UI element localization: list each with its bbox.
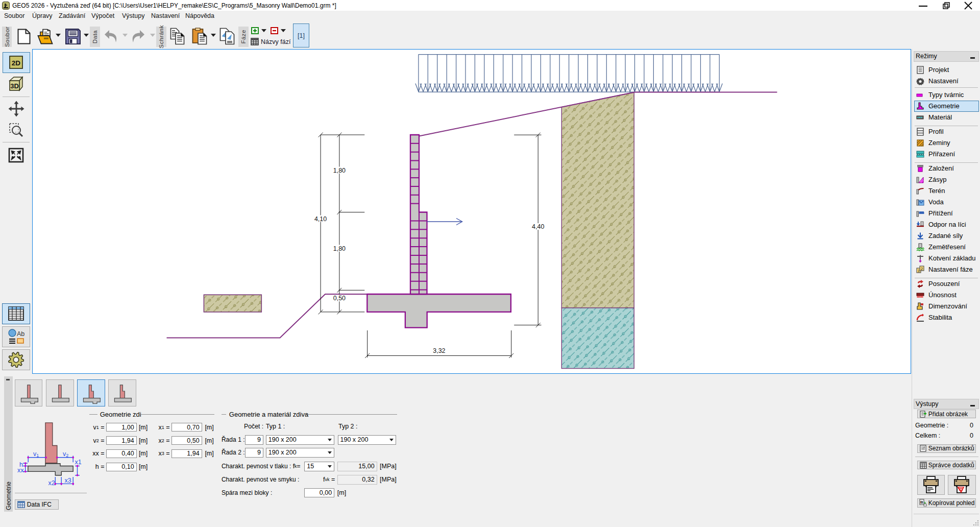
- svg-text:1,80: 1,80: [333, 167, 345, 174]
- svg-text:B: B: [920, 500, 923, 505]
- svg-text:1,80: 1,80: [333, 245, 345, 252]
- svg-text:v1: v1: [33, 450, 39, 458]
- svg-text:x2: x2: [48, 480, 55, 487]
- svg-text:3,32: 3,32: [433, 347, 445, 354]
- svg-text:Ab: Ab: [17, 330, 24, 338]
- svg-text:2D: 2D: [12, 59, 21, 67]
- svg-text:4,40: 4,40: [532, 223, 544, 230]
- svg-text:v2: v2: [63, 450, 68, 458]
- svg-text:2: 2: [921, 267, 923, 271]
- svg-text:0,50: 0,50: [333, 295, 345, 302]
- svg-text:3D: 3D: [10, 82, 19, 90]
- svg-text:x1: x1: [75, 459, 82, 466]
- svg-text:x3: x3: [65, 477, 71, 484]
- svg-text:xx: xx: [17, 467, 24, 474]
- svg-text:4,10: 4,10: [314, 215, 326, 223]
